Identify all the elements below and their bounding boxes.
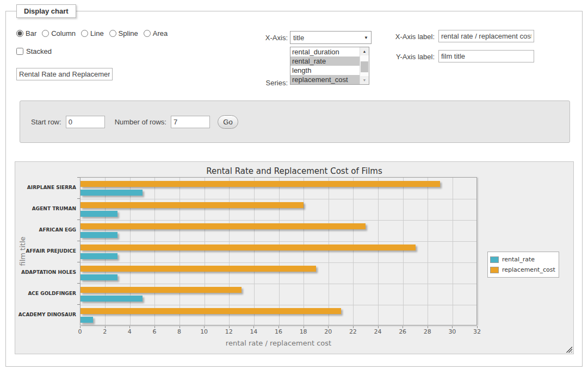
series-listbox[interactable]: rental_durationrental_ratelengthreplacem… [290, 47, 369, 85]
radio-spline[interactable] [109, 30, 116, 37]
radio-line[interactable] [81, 30, 88, 37]
chart-type-options: BarColumnLineSplineArea [16, 29, 168, 37]
radio-label: Line [90, 29, 104, 37]
start-row-input[interactable] [66, 116, 105, 128]
gridline-horizontal [81, 305, 476, 305]
gridline-vertical [105, 178, 106, 325]
category-label: AIRPLANE SIERRA [15, 177, 76, 198]
category-label: AFRICAN EGG [15, 220, 76, 241]
x-tick-label: 20 [320, 328, 336, 335]
x-tick-label: 14 [245, 328, 262, 335]
gridline-horizontal [81, 199, 476, 199]
chart-type-option-line[interactable]: Line [81, 29, 104, 37]
x-axis-select-label: X-Axis: [245, 34, 288, 42]
num-rows-input[interactable] [171, 116, 210, 128]
bar-replacement-cost [81, 181, 440, 187]
rows-panel: Start row: Number of rows: Go [20, 101, 570, 143]
stacked-label: Stacked [26, 47, 52, 55]
series-listbox-label: Series: [245, 79, 288, 87]
num-rows-label: Number of rows: [115, 118, 166, 126]
plot-area [80, 177, 477, 325]
gridline-vertical [304, 178, 304, 325]
y-tick-mark [77, 220, 80, 220]
series-option-rental_rate[interactable]: rental_rate [290, 57, 360, 66]
radio-area[interactable] [144, 30, 151, 37]
legend-label: rental_rate [502, 256, 535, 263]
legend-entry-replacement_cost: replacement_cost [490, 265, 555, 275]
bar-replacement-cost [81, 223, 366, 229]
gridline-horizontal [81, 220, 476, 221]
x-axis-label-input[interactable] [438, 30, 534, 42]
gridline-vertical [403, 178, 404, 325]
x-tick-label: 26 [394, 328, 411, 335]
bar-rental-rate [81, 232, 117, 238]
radio-label: Area [153, 29, 168, 37]
stacked-checkbox[interactable] [16, 48, 23, 55]
category-label: AFFAIR PREJUDICE [15, 241, 76, 262]
chevron-down-icon: ▼ [364, 35, 368, 40]
bar-replacement-cost [81, 287, 242, 293]
gridline-horizontal [81, 241, 476, 242]
series-option-length[interactable]: length [290, 66, 360, 75]
chart-type-option-bar[interactable]: Bar [16, 29, 36, 37]
gridline-horizontal [81, 262, 476, 263]
scrollbar-track[interactable] [360, 55, 369, 76]
x-axis-title: rental rate / replacement cost [80, 339, 477, 347]
scrollbar[interactable]: ▲ ▼ [360, 47, 369, 84]
bar-rental-rate [81, 211, 117, 217]
gridline-vertical [329, 178, 329, 325]
x-tick-label: 12 [221, 328, 237, 335]
x-tick-label: 0 [72, 328, 88, 335]
series-option-rental_duration[interactable]: rental_duration [290, 47, 360, 57]
y-tick-mark [77, 241, 80, 241]
x-tick-label: 8 [171, 328, 188, 335]
radio-bar[interactable] [16, 30, 23, 37]
category-label: ACE GOLDFINGER [15, 283, 76, 304]
go-button[interactable]: Go [218, 115, 238, 129]
y-tick-mark [77, 262, 80, 262]
page: Display chart BarColumnLineSplineArea St… [0, 0, 588, 370]
gridline-vertical [130, 178, 131, 325]
legend-swatch-replacement_cost [490, 267, 499, 273]
chart-type-option-column[interactable]: Column [42, 29, 76, 37]
x-tick-label: 28 [419, 328, 436, 335]
chart-panel: Rental Rate and Replacement Cost of Film… [15, 161, 574, 354]
chart-title-input[interactable] [16, 68, 113, 80]
scroll-up-icon[interactable]: ▲ [360, 47, 369, 55]
x-tick-label: 24 [370, 328, 386, 335]
bar-replacement-cost [81, 202, 304, 208]
gridline-vertical [428, 178, 428, 325]
y-tick-mark [77, 198, 80, 199]
series-option-replacement_cost[interactable]: replacement_cost [290, 75, 360, 84]
x-tick-label: 32 [469, 328, 485, 335]
gridline-vertical [180, 178, 180, 325]
gridline-vertical [353, 178, 354, 325]
y-tick-mark [77, 283, 80, 284]
x-tick-label: 4 [121, 328, 138, 335]
scrollbar-thumb[interactable] [361, 61, 368, 72]
chart-type-option-spline[interactable]: Spline [109, 29, 138, 37]
bar-rental-rate [81, 317, 93, 323]
resize-handle-icon[interactable] [566, 346, 572, 353]
bar-rental-rate [81, 296, 143, 302]
gridline-horizontal [81, 284, 476, 284]
bar-rental-rate [81, 253, 117, 259]
radio-label: Spline [119, 29, 138, 37]
bar-replacement-cost [81, 266, 316, 272]
gridline-vertical [229, 178, 230, 325]
chart-title: Rental Rate and Replacement Cost of Film… [15, 166, 573, 176]
x-tick-label: 2 [97, 328, 113, 335]
chart-type-option-area[interactable]: Area [144, 29, 168, 37]
y-tick-mark [77, 304, 80, 305]
radio-column[interactable] [42, 30, 49, 37]
y-tick-mark [77, 177, 80, 178]
radio-label: Bar [26, 29, 36, 37]
y-axis-label-label: Y-Axis label: [387, 53, 435, 61]
x-axis-select[interactable]: title ▼ [290, 31, 372, 44]
chart-legend: rental_ratereplacement_cost [487, 252, 559, 278]
x-tick-label: 16 [270, 328, 287, 335]
gridline-vertical [453, 178, 453, 325]
scroll-down-icon[interactable]: ▼ [360, 76, 369, 84]
y-axis-label-input[interactable] [438, 50, 534, 62]
stacked-option[interactable]: Stacked [16, 47, 52, 55]
